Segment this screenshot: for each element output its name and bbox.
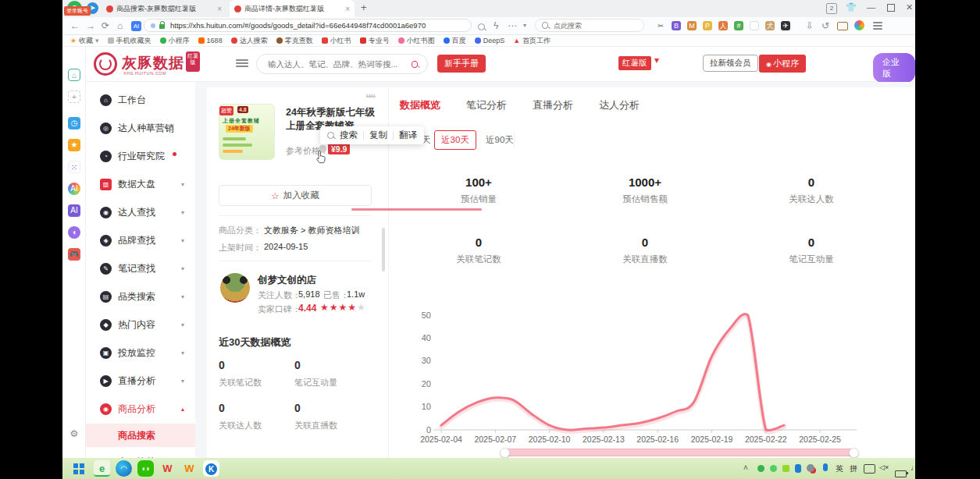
taskbar-k-app-icon[interactable]: K — [203, 460, 219, 477]
bookmark-item[interactable]: 百度 — [444, 36, 466, 46]
pin-extension-icon[interactable]: ✈ — [781, 21, 790, 30]
extension-icon[interactable]: M — [687, 21, 697, 30]
bookmark-item[interactable]: 1688 — [198, 37, 223, 44]
taskbar-edge-icon[interactable]: ◠ — [116, 460, 132, 477]
close-window-button[interactable]: ✕ — [906, 2, 913, 12]
menu-icon[interactable] — [873, 20, 882, 34]
volume-muted-icon[interactable]: ◁× — [879, 463, 889, 471]
sales-trend-chart[interactable]: 010203040502025-02-042025-02-072025-02-1… — [390, 304, 898, 452]
microphone-icon[interactable] — [823, 463, 828, 471]
new-tab-button[interactable]: + — [361, 2, 367, 13]
extension-icon[interactable]: B — [672, 21, 681, 30]
bookmark-item[interactable]: 零克查数 — [276, 36, 313, 46]
range-30d-button[interactable]: 近30天 — [434, 130, 476, 150]
stat-influencers[interactable]: 0关联达人数 — [733, 176, 889, 205]
app-search-input[interactable] — [266, 59, 407, 69]
panel-app-icon[interactable]: ◷ — [68, 117, 80, 130]
url-input[interactable] — [169, 20, 465, 30]
panel-settings-gear-icon[interactable]: ⚙ — [68, 428, 80, 440]
bookmark-item[interactable]: 小程序 — [160, 36, 190, 46]
shop-name[interactable]: 创梦文创的店 — [258, 274, 316, 287]
slider-handle-left[interactable] — [500, 448, 510, 458]
touch-keyboard-icon[interactable] — [864, 464, 875, 474]
tab-data-overview[interactable]: 数据概览 — [400, 98, 440, 112]
browser-tab[interactable]: 商品搜索-灰豚数据红薯版 × — [102, 0, 226, 17]
chart-zoom-slider[interactable] — [504, 449, 855, 456]
sidebar-item-marketing[interactable]: ◎达人种草营销 — [86, 116, 195, 140]
panel-chat-icon[interactable]: ◖ — [68, 226, 80, 239]
app-search-bar[interactable] — [256, 54, 428, 74]
comment-quote-icon[interactable]: ❝❝ — [365, 92, 374, 104]
profile-avatar-icon[interactable] — [854, 20, 864, 30]
theme-icon[interactable]: 👕 — [846, 2, 857, 12]
collapse-sidebar-icon[interactable] — [236, 58, 248, 69]
restore-button[interactable] — [887, 4, 895, 13]
panel-network-app-icon[interactable]: ⁙ — [68, 161, 80, 173]
sidebar-item-hot-content[interactable]: ◆热门内容▾ — [86, 313, 195, 336]
miniprogram-button[interactable]: ◉ 小程序 — [759, 55, 806, 73]
panel-ai-purple-icon[interactable]: AI — [68, 204, 80, 217]
manual-button[interactable]: 新手手册 — [437, 55, 486, 73]
add-favorite-button[interactable]: ☆ 加入收藏 — [219, 185, 372, 206]
notification-bell-icon[interactable]: ♩ — [911, 463, 918, 472]
ai-app-icon[interactable]: AI — [131, 21, 141, 31]
stat-lives[interactable]: 0关联直播数 — [567, 236, 723, 265]
quick-search-input[interactable] — [552, 21, 637, 30]
back-icon[interactable]: ← — [70, 20, 80, 32]
browser-tab-active[interactable]: 商品详情-灰豚数据红薯版 × — [230, 0, 355, 17]
extension-icon[interactable] — [750, 21, 759, 30]
ime-indicator[interactable]: 拼 — [850, 463, 857, 474]
tray-expand-icon[interactable]: ˄ — [743, 463, 748, 472]
stat-notes[interactable]: 0关联笔记数 — [401, 236, 557, 265]
tray-app-icon[interactable] — [782, 465, 789, 472]
minimize-button[interactable]: — — [867, 2, 875, 12]
sidebar-item-dashboard[interactable]: ▥数据大盘▾ — [86, 172, 195, 196]
bookmark-item[interactable]: 手机收藏夹 — [108, 36, 151, 46]
scissors-extension-icon[interactable]: ✂ — [656, 21, 665, 30]
tab-count-badge[interactable]: 2 — [826, 3, 837, 14]
tab-note-analysis[interactable]: 笔记分析 — [466, 98, 507, 112]
bookmark-item[interactable]: ★收藏▾ — [70, 36, 99, 46]
stat-interactions[interactable]: 0笔记互动量 — [733, 236, 889, 265]
bookmark-item[interactable]: ▲首页工作 — [513, 36, 551, 46]
tooltip-translate[interactable]: 翻译 — [399, 130, 417, 141]
range-90d-button[interactable]: 近90天 — [486, 134, 514, 146]
edition-chevron-icon[interactable]: ▾ — [654, 55, 659, 66]
login-badge[interactable]: 登录账号 — [64, 6, 91, 16]
shop-avatar[interactable] — [220, 273, 250, 303]
panel-star-app-icon[interactable]: ★ — [68, 139, 80, 151]
quick-search-box[interactable] — [535, 19, 644, 32]
extension-icon[interactable]: P — [703, 21, 712, 30]
stat-est-sales[interactable]: 100+预估销量 — [401, 176, 557, 205]
bookmark-item[interactable]: 专业号 — [360, 36, 390, 46]
panel-home-icon[interactable]: ⌂ — [68, 69, 80, 81]
extension-icon[interactable]: # — [734, 21, 743, 30]
taskbar-wps-icon[interactable]: W — [159, 460, 176, 477]
sidebar-item-research[interactable]: ◔行业研究院 — [86, 144, 195, 168]
panel-game-icon[interactable]: 🎮 — [68, 248, 80, 261]
product-cover-image[interactable]: 超赞 4.8 上册全套教辅 24年新版 — [219, 104, 275, 160]
bluetooth-icon[interactable] — [795, 464, 801, 473]
lightning-icon[interactable]: ϟ — [494, 20, 498, 32]
taskbar-word-icon[interactable]: W — [181, 460, 198, 477]
tray-record-icon[interactable] — [807, 464, 814, 472]
sidebar-item-live-analysis[interactable]: ▶直播分析▾ — [86, 369, 195, 392]
more-icon[interactable]: ⋯ — [508, 20, 517, 32]
forward-icon[interactable]: → — [86, 20, 95, 32]
sidebar-item-ad-monitor[interactable]: ▣投放监控▾ — [86, 341, 195, 364]
bookmark-item[interactable]: 小红书 — [322, 36, 351, 46]
taskbar-browser-icon[interactable]: e — [94, 460, 110, 477]
tray-green-icon[interactable] — [770, 465, 777, 472]
invite-member-button[interactable]: 拉新领会员 — [703, 55, 758, 72]
panel-scrollbar[interactable] — [382, 228, 385, 271]
chevron-down-icon[interactable]: ▾ — [523, 20, 526, 32]
app-search-icon[interactable] — [412, 61, 418, 68]
tray-green-icon[interactable] — [757, 465, 764, 472]
bookmark-item[interactable]: 小红书图 — [398, 36, 435, 46]
home-icon[interactable]: ⌂ — [117, 20, 123, 32]
language-indicator[interactable]: 英 — [836, 463, 843, 474]
sidebar-item-note-search[interactable]: ✎笔记查找▾ — [86, 257, 195, 280]
tooltip-copy[interactable]: 复制 — [369, 130, 387, 141]
tab-influencer-analysis[interactable]: 达人分析 — [599, 98, 640, 112]
bookmark-item[interactable]: 达人搜索 — [231, 36, 268, 46]
